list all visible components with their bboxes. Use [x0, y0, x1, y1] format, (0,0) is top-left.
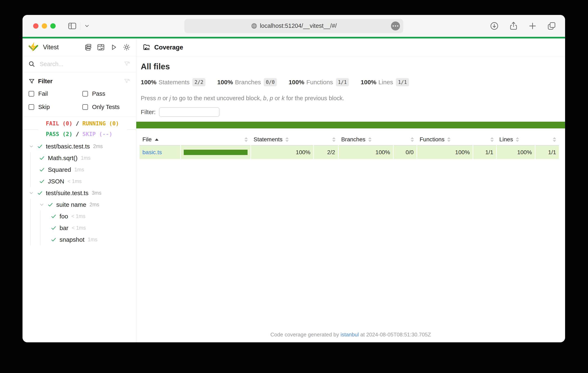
sorter-icon[interactable]: [553, 137, 556, 142]
chevron-down-icon[interactable]: [84, 23, 90, 29]
duration-label: < 1ms: [72, 225, 86, 231]
sorter-icon[interactable]: [447, 137, 451, 142]
pass-check-icon: [51, 225, 57, 231]
sort-lines-header[interactable]: Lines: [496, 134, 535, 145]
zoom-window-button[interactable]: [50, 23, 56, 29]
vitest-logo: [28, 42, 39, 52]
test-case-row[interactable]: bar < 1ms: [41, 222, 136, 234]
filter-section: Filter Fail Pass: [22, 72, 136, 117]
chevron-down-icon[interactable]: [29, 190, 34, 196]
sort-branches-header[interactable]: Branches: [338, 134, 393, 145]
filter-checkbox-pass[interactable]: Pass: [83, 90, 130, 97]
skip-count: SKIP (--): [83, 131, 112, 137]
share-button[interactable]: [509, 21, 518, 31]
statements-raw-cell: 2/2: [314, 145, 338, 159]
sort-statements-raw-header[interactable]: [314, 134, 338, 145]
filter-checkbox-skip[interactable]: Skip: [29, 104, 83, 110]
coverage-folder-icon: [143, 44, 150, 51]
sorter-icon[interactable]: [411, 137, 414, 142]
dashboard-icon[interactable]: [97, 43, 105, 51]
sidebar-toggle-icon[interactable]: [68, 22, 76, 30]
tab-overview-button[interactable]: [547, 21, 556, 31]
functions-pct-cell: 100%: [417, 145, 473, 159]
sort-functions-header[interactable]: Functions: [417, 134, 473, 145]
test-case-row[interactable]: Math.sqrt() 1ms: [31, 152, 136, 164]
duration-label: 2ms: [93, 143, 103, 149]
filter-checkbox-only-tests[interactable]: Only Tests: [83, 104, 130, 110]
checkbox-icon[interactable]: [83, 91, 88, 96]
checkbox-icon[interactable]: [29, 91, 34, 96]
run-all-tests-icon[interactable]: [110, 43, 117, 51]
filter-section-title: Filter: [38, 78, 52, 85]
url-text: localhost:51204/__vitest__/#/: [260, 22, 337, 29]
duration-label: 1ms: [88, 237, 97, 243]
address-bar[interactable]: localhost:51204/__vitest__/#/: [184, 19, 403, 33]
browser-window: localhost:51204/__vitest__/#/: [22, 15, 565, 342]
table-row: basic.ts 100% 2/2 100% 0/0 100% 1/1 100%…: [139, 145, 559, 159]
istanbul-link[interactable]: istanbul: [340, 332, 359, 338]
sorter-icon[interactable]: [490, 137, 494, 142]
sorter-icon[interactable]: [368, 137, 372, 142]
pass-count: PASS (2): [46, 131, 73, 137]
chevron-down-icon[interactable]: [29, 144, 34, 149]
ellipsis-icon: [393, 25, 398, 27]
pass-check-icon: [37, 143, 43, 149]
search-icon: [28, 61, 35, 67]
clear-filters-icon[interactable]: [124, 78, 130, 85]
sort-chart-header[interactable]: [181, 134, 251, 145]
sidebar-header: Vitest: [22, 38, 136, 56]
page-more-button[interactable]: [391, 21, 400, 31]
minimize-window-button[interactable]: [42, 23, 47, 29]
new-tab-button[interactable]: [528, 22, 537, 30]
clear-search-filter-icon[interactable]: [124, 61, 130, 67]
file-link[interactable]: basic.ts: [142, 149, 162, 155]
lines-raw-cell: 1/1: [535, 145, 559, 159]
sorter-icon[interactable]: [516, 137, 519, 142]
statements-pct-cell: 100%: [251, 145, 314, 159]
sorter-icon[interactable]: [285, 137, 289, 142]
stat-statements: 100% Statements 2/2: [141, 78, 205, 86]
test-case-row[interactable]: Squared 1ms: [31, 164, 136, 176]
stat-branches: 100% Branches 0/0: [217, 78, 277, 86]
sort-lines-raw-header[interactable]: [535, 134, 559, 145]
page-title: All files: [141, 62, 559, 71]
coverage-table: File Statements: [139, 134, 559, 159]
test-file-row[interactable]: test/basic.test.ts 2ms: [22, 141, 136, 152]
sort-functions-raw-header[interactable]: [473, 134, 496, 145]
sorter-icon[interactable]: [332, 137, 336, 142]
chevron-down-icon[interactable]: [39, 202, 44, 207]
sort-branches-raw-header[interactable]: [393, 134, 417, 145]
stat-lines: 100% Lines 1/1: [361, 78, 409, 86]
test-case-row[interactable]: JSON < 1ms: [31, 176, 136, 187]
close-window-button[interactable]: [33, 23, 39, 29]
pass-check-icon: [37, 190, 43, 196]
checkbox-icon[interactable]: [29, 104, 34, 110]
test-case-row[interactable]: foo < 1ms: [41, 210, 136, 222]
pass-check-icon: [39, 155, 45, 161]
test-file-row[interactable]: test/suite.test.ts 3ms: [22, 187, 136, 199]
test-tree-view-icon[interactable]: [84, 43, 92, 51]
filter-checkbox-fail[interactable]: Fail: [29, 90, 83, 97]
fraction-badge: 1/1: [396, 78, 409, 86]
file-cell: basic.ts: [139, 145, 181, 159]
coverage-filter-label: Filter:: [141, 109, 156, 115]
fail-count: FAIL (0): [46, 120, 73, 127]
duration-label: 1ms: [81, 155, 90, 161]
test-tree: test/basic.test.ts 2ms Math.sqrt() 1ms: [22, 138, 136, 245]
duration-label: < 1ms: [67, 178, 82, 184]
sorter-icon[interactable]: [244, 137, 248, 142]
search-input[interactable]: [40, 61, 124, 67]
sort-statements-header[interactable]: Statements: [251, 134, 314, 145]
test-suite-row[interactable]: suite name 2ms: [31, 199, 136, 210]
test-case-row[interactable]: snapshot 1ms: [41, 234, 136, 245]
downloads-button[interactable]: [490, 21, 499, 31]
checkbox-icon[interactable]: [83, 104, 88, 110]
theme-toggle-icon[interactable]: [123, 43, 130, 51]
coverage-filter-input[interactable]: [159, 107, 220, 117]
pass-check-icon: [47, 202, 53, 208]
sort-file-header[interactable]: File: [139, 134, 181, 145]
pass-check-icon: [39, 178, 45, 185]
coverage-status-line: [136, 122, 565, 128]
running-count: RUNNING (0): [83, 120, 119, 127]
main-panel: Coverage All files 100% Statements 2/2 1…: [136, 38, 565, 342]
